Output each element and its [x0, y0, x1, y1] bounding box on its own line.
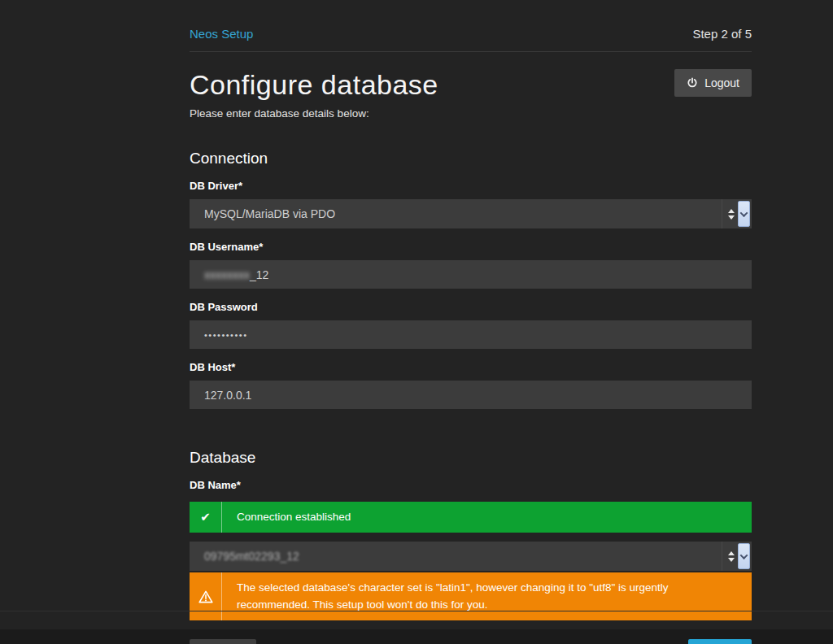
db-name-select[interactable]: 09795mt02293_12	[190, 542, 752, 571]
back-button[interactable]	[190, 639, 256, 644]
setup-wizard: Neos Setup Step 2 of 5 Configure databas…	[190, 0, 752, 620]
next-button[interactable]	[688, 639, 752, 644]
logout-label: Logout	[704, 76, 739, 89]
logout-button[interactable]: Logout	[674, 69, 752, 97]
success-message: Connection established	[222, 502, 365, 533]
spinner-arrows-icon	[728, 551, 735, 562]
db-host-value: 127.0.0.1	[204, 389, 251, 402]
db-driver-value: MySQL/MariaDB via PDO	[204, 207, 335, 220]
db-password-label: DB Password	[190, 301, 752, 313]
db-host-label: DB Host*	[190, 361, 752, 373]
page-title: Configure database	[190, 69, 438, 101]
db-password-masked-value: ••••••••••	[204, 330, 248, 340]
db-password-input[interactable]: ••••••••••	[190, 320, 752, 349]
step-indicator: Step 2 of 5	[692, 27, 752, 41]
db-driver-label: DB Driver*	[190, 180, 752, 192]
db-host-input[interactable]: 127.0.0.1	[190, 381, 752, 409]
db-username-redacted-value: xxxxxxxx	[204, 268, 250, 281]
check-icon: ✔	[190, 502, 222, 533]
db-username-suffix: _12	[250, 268, 268, 281]
spinner-arrows-icon	[728, 209, 735, 220]
power-icon	[687, 77, 698, 89]
success-banner: ✔ Connection established	[190, 502, 752, 533]
chevron-down-icon[interactable]	[738, 543, 750, 569]
connection-heading: Connection	[190, 150, 752, 168]
db-name-label: DB Name*	[190, 479, 752, 491]
select-spinner[interactable]	[722, 199, 752, 228]
page-subtitle: Please enter database details below:	[190, 107, 752, 120]
database-heading: Database	[190, 449, 752, 467]
warning-triangle-icon	[190, 572, 222, 620]
db-username-label: DB Username*	[190, 241, 752, 253]
content-bottom-divider	[0, 611, 833, 611]
warning-message: The selected database's character set is…	[222, 572, 743, 620]
warning-banner: The selected database's character set is…	[190, 572, 752, 620]
db-username-input[interactable]: xxxxxxxx_12	[190, 260, 752, 289]
select-spinner[interactable]	[722, 542, 752, 571]
topbar: Neos Setup Step 2 of 5	[190, 0, 752, 52]
neos-setup-link[interactable]: Neos Setup	[190, 27, 253, 41]
footer-bar	[0, 629, 833, 644]
db-driver-select[interactable]: MySQL/MariaDB via PDO	[190, 199, 752, 228]
db-name-redacted-value: 09795mt02293_12	[204, 550, 299, 563]
chevron-down-icon[interactable]	[738, 201, 750, 227]
title-row: Configure database Logout	[190, 69, 752, 101]
